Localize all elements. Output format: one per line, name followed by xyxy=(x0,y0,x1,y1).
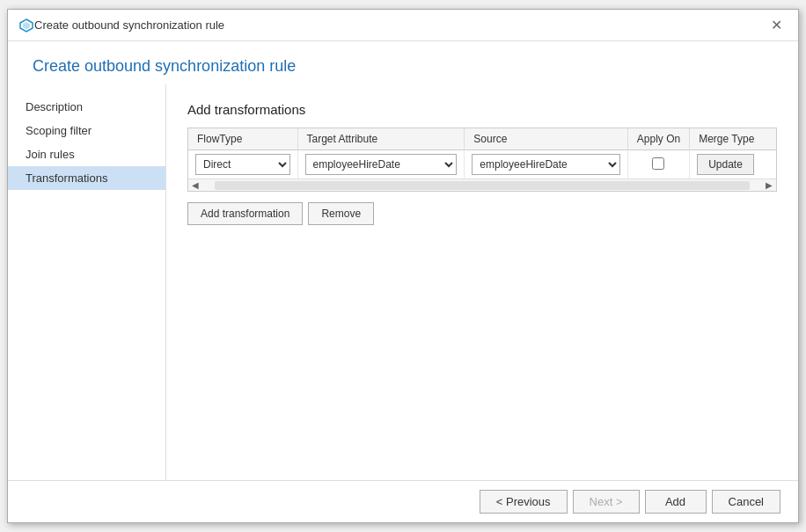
sidebar-item-description[interactable]: Description xyxy=(8,95,165,119)
source-cell: employeeHireDate xyxy=(465,150,627,179)
apply-once-checkbox[interactable] xyxy=(652,157,664,170)
target-attribute-cell: employeeHireDate xyxy=(297,150,465,179)
transformations-table: FlowType Target Attribute Source Apply O… xyxy=(188,128,776,179)
flowtype-select[interactable]: Direct Constant Expression xyxy=(195,154,290,175)
target-attribute-select[interactable]: employeeHireDate xyxy=(305,154,458,175)
col-header-flowtype: FlowType xyxy=(188,128,297,150)
next-button[interactable]: Next > xyxy=(573,490,640,514)
scroll-left-arrow[interactable]: ◀ xyxy=(188,180,202,190)
apply-once-cell xyxy=(627,150,689,179)
sidebar-item-join-rules[interactable]: Join rules xyxy=(8,142,165,166)
table-header-row: FlowType Target Attribute Source Apply O… xyxy=(188,128,776,150)
sidebar-item-scoping-filter[interactable]: Scoping filter xyxy=(8,119,165,142)
page-heading: Create outbound synchronization rule xyxy=(8,41,798,84)
merge-type-button[interactable]: Update xyxy=(697,154,754,175)
cancel-button[interactable]: Cancel xyxy=(712,490,780,514)
title-bar: Create outbound synchronization rule ✕ xyxy=(8,10,798,41)
add-transformation-button[interactable]: Add transformation xyxy=(187,202,303,225)
scroll-bar xyxy=(215,181,750,190)
add-button[interactable]: Add xyxy=(645,490,707,514)
col-header-apply: Apply On xyxy=(627,128,689,150)
sidebar-item-transformations[interactable]: Transformations xyxy=(8,166,165,190)
source-select[interactable]: employeeHireDate xyxy=(472,154,619,175)
transformations-table-container: FlowType Target Attribute Source Apply O… xyxy=(187,128,777,192)
svg-marker-1 xyxy=(23,22,30,30)
close-button[interactable]: ✕ xyxy=(766,17,788,34)
flowtype-cell: Direct Constant Expression xyxy=(188,150,297,179)
sidebar: Description Scoping filter Join rules Tr… xyxy=(8,84,166,480)
col-header-merge: Merge Type xyxy=(690,128,776,150)
app-icon xyxy=(18,18,34,33)
horizontal-scrollbar: ◀ ▶ xyxy=(188,179,776,191)
footer: < Previous Next > Add Cancel xyxy=(8,480,798,522)
col-header-source: Source xyxy=(465,128,627,150)
previous-button[interactable]: < Previous xyxy=(480,490,568,514)
content-area: Description Scoping filter Join rules Tr… xyxy=(8,84,798,480)
section-title: Add transformations xyxy=(187,102,777,117)
scroll-right-arrow[interactable]: ▶ xyxy=(762,180,776,190)
remove-button[interactable]: Remove xyxy=(308,202,374,225)
main-panel: Add transformations FlowType Target Attr… xyxy=(166,84,798,480)
dialog-title: Create outbound synchronization rule xyxy=(34,18,766,32)
dialog: Create outbound synchronization rule ✕ C… xyxy=(7,9,799,523)
table-row: Direct Constant Expression employeeHireD… xyxy=(188,150,776,179)
action-buttons: Add transformation Remove xyxy=(187,202,777,225)
col-header-target: Target Attribute xyxy=(297,128,465,150)
merge-type-cell: Update xyxy=(690,150,776,179)
